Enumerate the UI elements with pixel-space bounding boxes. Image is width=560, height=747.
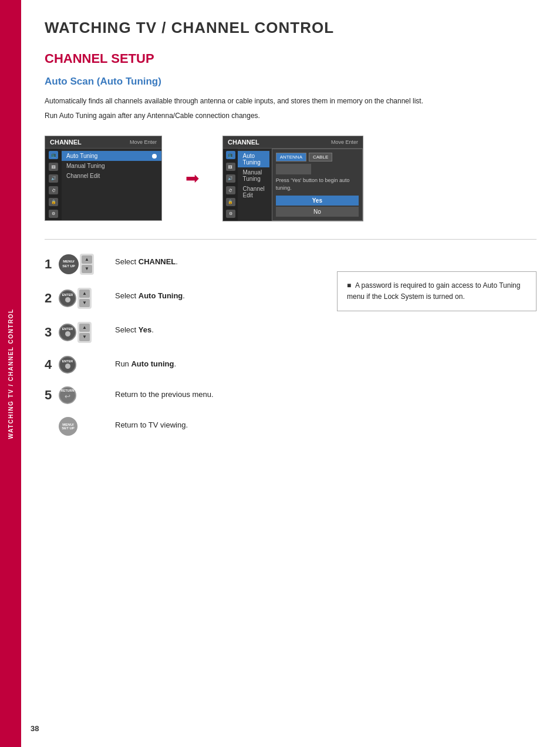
step-3: 3 ENTER ▲ ▼ Select Yes.	[45, 322, 319, 343]
cable-btn: CABLE	[309, 153, 332, 161]
screenshots-area: CHANNEL Move Enter 📺 🖼 🔊 ⏱ 🔒 ⚙ Auto Tuni…	[45, 136, 537, 221]
enter-button-4[interactable]: ENTER	[59, 356, 76, 374]
enter-button-2[interactable]: ENTER	[59, 290, 76, 307]
arrow-down-3[interactable]: ▼	[79, 333, 90, 341]
tv-submenu: ANTENNA CABLE Press 'Yes' button to begi…	[272, 149, 363, 220]
step-3-number-area: 3 ENTER ▲ ▼	[45, 322, 109, 343]
tv-menu-1-header: CHANNEL Move Enter	[45, 136, 161, 149]
antenna-btn: ANTENNA	[276, 153, 306, 161]
icon-picture: 🖼	[49, 163, 58, 171]
step-2-bold: Auto Tuning	[139, 291, 183, 300]
enter-dot-3	[65, 331, 70, 337]
submenu-options-row: ANTENNA CABLE	[276, 153, 359, 161]
step-5-number: 5	[45, 389, 55, 402]
arrow-down-1[interactable]: ▼	[82, 265, 92, 273]
menu-setup-button-2[interactable]: MENU/SET UP	[59, 417, 77, 436]
icon-channel: 📺	[49, 151, 58, 159]
step-1-number: 1	[45, 258, 55, 271]
tv-menu-2-title: CHANNEL	[228, 139, 259, 146]
icon-picture-2: 🖼	[226, 163, 235, 171]
description-line1: Automatically finds all channels availab…	[45, 96, 537, 107]
tv-menu-1-items: Auto Tuning Manual Tuning Channel Edit	[62, 149, 161, 220]
tv-menu-1-nav: Move Enter	[130, 139, 157, 145]
step-2-number-area: 2 ENTER ▲ ▼	[45, 288, 109, 309]
arrow-up-1[interactable]: ▲	[82, 255, 92, 264]
enter-label-2: ENTER	[62, 294, 73, 297]
menu-item-manual-tuning-2: Manual Tuning	[238, 167, 269, 184]
submenu-prompt: Press 'Yes' button to begin auto tuning.	[276, 177, 359, 191]
step-6-number-area: 6 MENU/SET UP	[45, 417, 109, 436]
step-1-buttons: MENU/SET UP ▲ ▼	[59, 254, 94, 275]
step-5-buttons: RETURN ↩	[59, 386, 76, 404]
enter-button-3[interactable]: ENTER	[59, 324, 76, 341]
step-2-text: Select Auto Tuning.	[115, 288, 185, 302]
step-2-buttons: ENTER ▲ ▼	[59, 288, 92, 309]
menu-item-channel-edit-1: Channel Edit	[62, 171, 161, 181]
nav-arrows-1[interactable]: ▲ ▼	[80, 254, 94, 275]
menu-setup-button-1[interactable]: MENU/SET UP	[59, 254, 79, 274]
step-4: 4 ENTER Run Auto tuning.	[45, 356, 319, 374]
description-line2: Run Auto Tuning again after any Antenna/…	[45, 110, 537, 122]
note-box: ■ A password is required to gain access …	[337, 271, 537, 311]
icon-time-2: ⏱	[226, 186, 235, 194]
sidebar-label-text: WATCHING TV / CHANNEL CONTROL	[8, 308, 14, 439]
tv-menu-2: CHANNEL Move Enter 📺 🖼 🔊 ⏱ 🔒 ⚙ Auto Tuni…	[222, 136, 363, 221]
step-3-number: 3	[45, 326, 55, 339]
icon-sound: 🔊	[49, 174, 58, 183]
arrow-right: ➡	[185, 169, 199, 188]
note-text: A password is required to gain access to…	[347, 281, 520, 301]
return-button[interactable]: RETURN ↩	[59, 386, 76, 404]
yes-button-tv: Yes	[276, 196, 359, 206]
subsection-title: Auto Scan (Auto Tuning)	[45, 76, 537, 88]
step-6-buttons: MENU/SET UP	[59, 417, 77, 436]
sidebar: WATCHING TV / CHANNEL CONTROL	[0, 0, 21, 747]
arrow-up-3[interactable]: ▲	[79, 324, 90, 332]
menu-item-channel-edit-2: Channel Edit	[238, 184, 269, 200]
step-5: 5 RETURN ↩ Return to the previous menu.	[45, 386, 319, 404]
step-4-number-area: 4 ENTER	[45, 356, 109, 374]
icon-option-2: ⚙	[226, 210, 235, 218]
tv-menu-1-body: 📺 🖼 🔊 ⏱ 🔒 ⚙ Auto Tuning Manual Tuning	[45, 149, 161, 220]
icon-lock: 🔒	[49, 198, 58, 206]
nav-arrows-3[interactable]: ▲ ▼	[77, 322, 92, 343]
step-1-number-area: 1 MENU/SET UP ▲ ▼	[45, 254, 109, 275]
tv-menu-1-title: CHANNEL	[50, 139, 82, 146]
arrow-up-2[interactable]: ▲	[79, 290, 90, 298]
nav-arrows-2[interactable]: ▲ ▼	[77, 288, 92, 309]
step-1: 1 MENU/SET UP ▲ ▼ Select CHANNEL.	[45, 254, 319, 275]
step-3-buttons: ENTER ▲ ▼	[59, 322, 92, 343]
step-4-bold: Auto tuning	[131, 359, 174, 368]
step-3-text: Select Yes.	[115, 322, 154, 336]
enter-label-3: ENTER	[62, 328, 73, 331]
icon-option: ⚙	[49, 210, 58, 218]
steps-list: 1 MENU/SET UP ▲ ▼ Select CHANNEL.	[45, 254, 319, 449]
icon-time: ⏱	[49, 186, 58, 194]
arrow-down-2[interactable]: ▼	[79, 299, 90, 307]
step-5-text: Return to the previous menu.	[115, 386, 214, 401]
step-6-text: Return to TV viewing.	[115, 417, 188, 431]
steps-area: 1 MENU/SET UP ▲ ▼ Select CHANNEL.	[45, 254, 537, 449]
menu-item-manual-tuning-1: Manual Tuning	[62, 161, 161, 171]
enter-dot-4	[65, 364, 70, 369]
tv-menu-2-header: CHANNEL Move Enter	[223, 136, 363, 149]
step-6: 6 MENU/SET UP Return to TV viewing.	[45, 417, 319, 436]
step-3-bold: Yes	[139, 325, 151, 334]
tv-menu-1: CHANNEL Move Enter 📺 🖼 🔊 ⏱ 🔒 ⚙ Auto Tuni…	[45, 136, 162, 221]
step-2: 2 ENTER ▲ ▼ Select Auto Tuning.	[45, 288, 319, 309]
step-4-buttons: ENTER	[59, 356, 76, 374]
tv-menu-1-icons: 📺 🖼 🔊 ⏱ 🔒 ⚙	[45, 149, 62, 220]
note-bullet: ■	[347, 281, 351, 290]
tv-menu-2-items: Auto Tuning Manual Tuning Channel Edit	[238, 149, 269, 220]
divider	[45, 239, 537, 240]
section-title: CHANNEL SETUP	[45, 51, 537, 66]
page-number: 38	[21, 724, 39, 733]
return-arrow-icon: ↩	[65, 392, 70, 401]
no-button-tv: No	[276, 207, 359, 217]
tv-menu-2-icons: 📺 🖼 🔊 ⏱ 🔒 ⚙	[223, 149, 238, 220]
tv-menu-2-body: 📺 🖼 🔊 ⏱ 🔒 ⚙ Auto Tuning Manual Tuning	[223, 149, 363, 220]
icon-sound-2: 🔊	[226, 174, 235, 183]
step-4-text: Run Auto tuning.	[115, 356, 176, 370]
step-5-number-area: 5 RETURN ↩	[45, 386, 109, 404]
active-dot	[152, 154, 157, 159]
enter-label-4: ENTER	[62, 360, 73, 364]
